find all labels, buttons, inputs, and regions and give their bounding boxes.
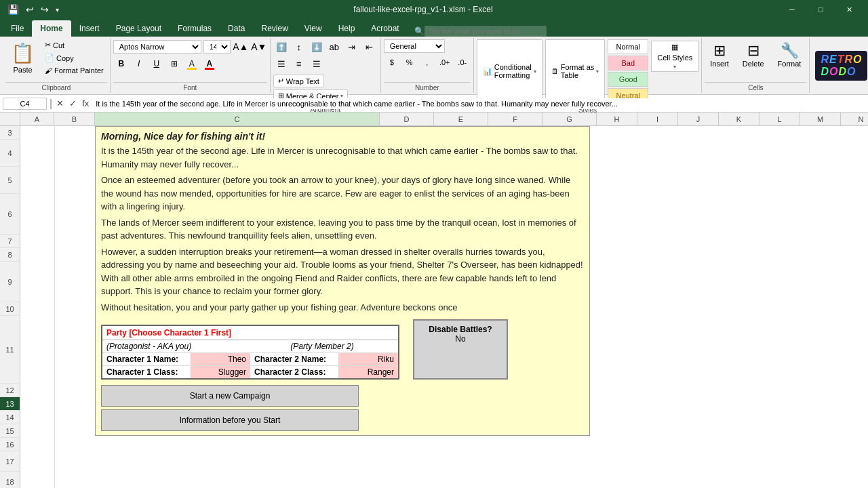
align-right-button[interactable]: ☰ (309, 56, 325, 71)
orientation-button[interactable]: ab (326, 39, 342, 54)
cancel-formula-button[interactable]: ✕ (55, 98, 65, 108)
row-num-17[interactable]: 17 (0, 451, 20, 472)
char2-class-value[interactable]: Ranger (338, 366, 398, 378)
row-num-3[interactable]: 3 (0, 126, 20, 140)
font-color-button[interactable]: A (201, 56, 218, 71)
disable-battles-box[interactable]: Disable Battles? No (413, 319, 508, 380)
undo-icon[interactable]: ↩ (24, 4, 36, 15)
cell-styles-button[interactable]: ▦ Cell Styles ▾ (651, 41, 698, 72)
tab-help[interactable]: Help (330, 20, 363, 37)
col-header-H[interactable]: H (597, 113, 637, 125)
col-header-C[interactable]: C (95, 113, 380, 125)
border-button[interactable]: ⊞ (166, 56, 182, 71)
col-header-K[interactable]: K (719, 113, 760, 125)
align-center-button[interactable]: ≡ (291, 56, 307, 71)
bold-button[interactable]: B (113, 56, 130, 71)
char1-class-value[interactable]: Slugger (191, 366, 250, 378)
accounting-format-button[interactable]: $ (384, 55, 400, 70)
col-header-A[interactable]: A (20, 113, 54, 125)
name-box[interactable] (3, 98, 47, 110)
row-num-7[interactable]: 7 (0, 235, 20, 248)
style-normal[interactable]: Normal (608, 39, 648, 54)
confirm-formula-button[interactable]: ✓ (68, 98, 78, 108)
col-header-M[interactable]: M (800, 113, 841, 125)
tab-page-layout[interactable]: Page Layout (108, 20, 170, 37)
new-campaign-button[interactable]: Start a new Campaign (101, 385, 359, 407)
col-header-E[interactable]: E (434, 113, 488, 125)
row-num-9[interactable]: 9 (0, 262, 20, 302)
row-num-18[interactable]: 18 (0, 472, 20, 488)
tab-home[interactable]: Home (32, 20, 71, 37)
quick-access-dropdown-icon[interactable]: ▾ (54, 6, 61, 14)
top-align-button[interactable]: ⬆️ (273, 39, 290, 54)
minimize-button[interactable]: ─ (778, 0, 806, 19)
font-shrink-button[interactable]: A▼ (251, 39, 267, 54)
search-input[interactable] (425, 26, 547, 37)
number-format-select[interactable]: General (384, 39, 445, 53)
col-header-G[interactable]: G (542, 113, 597, 125)
delete-cells-button[interactable]: ⊟ Delete (737, 39, 770, 70)
format-as-table-button[interactable]: 🗓 Format asTable ▾ (545, 39, 606, 103)
formula-input[interactable] (93, 98, 865, 109)
char1-name-value[interactable]: Theo (191, 353, 250, 365)
format-cells-button[interactable]: 🔧 Format (772, 39, 807, 70)
tab-formulas[interactable]: Formulas (170, 20, 220, 37)
col-header-N[interactable]: N (841, 113, 868, 125)
row-num-8[interactable]: 8 (0, 248, 20, 262)
tab-review[interactable]: Review (253, 20, 296, 37)
info-button[interactable]: Information before you Start (101, 409, 359, 431)
style-good[interactable]: Good (608, 72, 648, 87)
underline-button[interactable]: U (149, 56, 165, 71)
bottom-align-button[interactable]: ⬇️ (309, 39, 325, 54)
save-icon[interactable]: 💾 (5, 4, 21, 15)
row-num-6[interactable]: 6 (0, 194, 20, 235)
col-header-J[interactable]: J (678, 113, 719, 125)
style-bad[interactable]: Bad (608, 56, 648, 70)
insert-function-button[interactable]: fx (81, 98, 90, 108)
tab-insert[interactable]: Insert (71, 20, 108, 37)
align-left-button[interactable]: ☰ (273, 56, 290, 71)
col-header-I[interactable]: I (637, 113, 678, 125)
tab-data[interactable]: Data (220, 20, 253, 37)
percent-button[interactable]: % (401, 55, 418, 70)
increase-indent-button[interactable]: ⇥ (344, 39, 360, 54)
font-name-select[interactable]: Aptos Narrow (113, 40, 201, 54)
font-grow-button[interactable]: A▲ (233, 39, 249, 54)
cut-button[interactable]: ✂ Cut (41, 39, 107, 51)
font-size-select[interactable]: 14 (203, 40, 231, 54)
decrease-decimal-button[interactable]: .0- (454, 55, 471, 70)
wrap-text-button[interactable]: ↵ Wrap Text (273, 75, 324, 87)
col-header-L[interactable]: L (760, 113, 800, 125)
fill-color-button[interactable]: A (184, 56, 200, 71)
row-num-12[interactable]: 12 (0, 384, 20, 397)
row-num-4[interactable]: 4 (0, 140, 20, 167)
row-num-5[interactable]: 5 (0, 167, 20, 194)
col-header-D[interactable]: D (380, 113, 434, 125)
col-header-F[interactable]: F (488, 113, 542, 125)
story-cell[interactable]: Morning, Nice day for fishing ain't it! … (95, 126, 590, 436)
char2-name-value[interactable]: Riku (338, 353, 398, 365)
paste-button[interactable]: 📋 Paste (5, 39, 40, 77)
maximize-button[interactable]: □ (807, 0, 834, 19)
row-num-10[interactable]: 10 (0, 302, 20, 316)
copy-button[interactable]: 📄 Copy (41, 52, 107, 64)
middle-align-button[interactable]: ↕ (291, 39, 307, 54)
row-num-14[interactable]: 14 (0, 411, 20, 424)
tab-view[interactable]: View (296, 20, 330, 37)
close-button[interactable]: ✕ (835, 0, 863, 19)
row-num-15[interactable]: 15 (0, 424, 20, 438)
row-num-16[interactable]: 16 (0, 438, 20, 451)
conditional-formatting-button[interactable]: 📊 ConditionalFormatting ▾ (477, 39, 542, 103)
redo-icon[interactable]: ↪ (39, 4, 51, 15)
increase-decimal-button[interactable]: .0+ (437, 55, 453, 70)
col-header-B[interactable]: B (54, 113, 95, 125)
decrease-indent-button[interactable]: ⇤ (361, 39, 378, 54)
row-num-11[interactable]: 11 (0, 316, 20, 384)
italic-button[interactable]: I (131, 56, 147, 71)
format-painter-button[interactable]: 🖌 Format Painter (41, 65, 107, 76)
insert-cells-button[interactable]: ⊞ Insert (705, 39, 734, 70)
tab-acrobat[interactable]: Acrobat (363, 20, 407, 37)
tab-file[interactable]: File (3, 20, 32, 37)
row-num-13[interactable]: 13 (0, 397, 20, 411)
comma-button[interactable]: , (419, 55, 435, 70)
